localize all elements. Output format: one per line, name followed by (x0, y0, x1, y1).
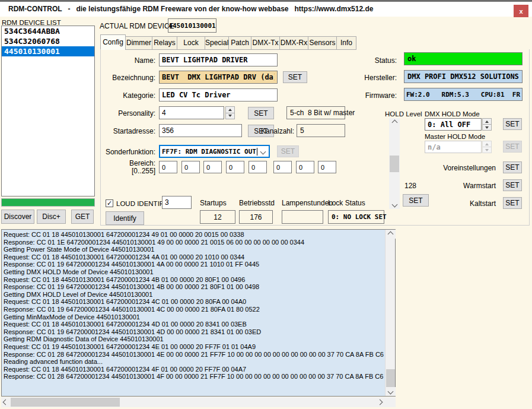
tab-dimmer[interactable]: Dimmer (126, 36, 152, 50)
dmx-hold-mode-field[interactable] (425, 118, 482, 131)
loud-identify-label: LOUD IDENTIFY (116, 200, 168, 207)
master-hold-spin-down-icon[interactable] (482, 147, 492, 153)
tab-lock[interactable]: Lock (177, 36, 205, 50)
hold-level-label: HOLD Level (385, 110, 422, 118)
personality-set-button[interactable]: SET (248, 107, 274, 119)
sonderfunktion-label: Sonderfunktion: (104, 148, 155, 156)
titlebar[interactable]: RDM-CONTROL - die leistungsfähige RDM Fr… (0, 2, 532, 17)
hersteller-value: DMX PROFI DMX512 SOLUTIONS (404, 70, 523, 83)
device-list-item[interactable]: 534C32060768 (2, 36, 94, 46)
get-button[interactable]: GET (71, 210, 94, 224)
log-line: Request: CC 01 18 445010130001 647200001… (4, 321, 384, 328)
bezeichnung-field[interactable] (159, 71, 278, 84)
device-list-item-selected[interactable]: 445010130001 (2, 46, 94, 56)
dmx-hold-spin-down-icon[interactable] (482, 125, 492, 131)
scroll-down-arrow-icon[interactable] (386, 387, 396, 396)
personality-field[interactable] (159, 106, 224, 119)
firmware-value: FW:2.0 RDM:5.3 CPU:81 FR (404, 88, 523, 101)
scroll-thumb[interactable] (386, 369, 395, 387)
betriebsstd-label: Betriebsstd (239, 199, 275, 207)
personality-description: 5-ch 8 Bit w/ master (286, 106, 345, 119)
tab-special[interactable]: Special (205, 36, 229, 50)
device-listbox[interactable]: 534C3644ABBA 534C32060768 445010130001 (1, 26, 95, 196)
bereich-label-line2: [0..255] (104, 167, 155, 175)
tab-patch[interactable]: Patch (229, 36, 251, 50)
scroll-thumb[interactable] (11, 398, 120, 407)
scroll-left-arrow-icon[interactable] (1, 397, 10, 407)
firmware-label: Firmware: (356, 91, 397, 100)
disc-plus-button[interactable]: Disc+ (37, 210, 66, 224)
tab-info[interactable]: Info (337, 36, 356, 50)
loud-identify-field[interactable] (162, 196, 192, 209)
bereich-field-4[interactable] (226, 161, 244, 173)
bereich-field-6[interactable] (273, 161, 292, 173)
bereich-field-5[interactable] (249, 161, 267, 173)
dmx-hold-mode-spinner (482, 118, 492, 131)
window-title: RDM-CONTROL - die leistungsfähige RDM Fr… (8, 5, 373, 13)
log-line: Getting MinMaxMode of Device 44501013000… (4, 313, 384, 321)
loud-identify-checkbox[interactable]: ✓ (106, 199, 113, 207)
log-line: Request: CC 01 18 445010130001 647200001… (4, 366, 384, 373)
bereich-field-7[interactable] (296, 161, 314, 173)
bereich-field-3[interactable] (203, 161, 222, 173)
personality-spin-down-icon[interactable] (225, 113, 235, 120)
slider-down-arrow-icon[interactable] (389, 200, 400, 209)
kategorie-field[interactable] (159, 88, 278, 102)
kaltstart-label: Kaltstart (415, 199, 496, 208)
bereich-field-1[interactable] (159, 161, 177, 173)
close-button[interactable]: x (514, 5, 528, 17)
startadresse-label: Startadresse: (104, 127, 155, 135)
startadresse-field[interactable] (159, 124, 242, 137)
status-label: Status: (356, 56, 397, 65)
name-field[interactable] (159, 53, 278, 66)
log-output[interactable]: Request: CC 01 18 445010130001 647200001… (1, 229, 396, 397)
bereich-field-2[interactable] (181, 161, 200, 173)
slider-up-arrow-icon[interactable] (389, 118, 400, 127)
dmx-hold-spin-up-icon[interactable] (482, 118, 492, 125)
log-vertical-scrollbar[interactable] (385, 230, 395, 396)
discover-button[interactable]: Discover (1, 210, 34, 224)
log-line: Response: CC 01 19 647200001234 44501013… (4, 328, 384, 336)
sonderfunktion-set-button[interactable]: SET (277, 145, 299, 157)
lampenstunden-label: Lampenstunden (282, 199, 333, 207)
hersteller-label: Hersteller: (356, 74, 397, 82)
warmstart-set-button[interactable]: SET (503, 179, 522, 191)
lock-status-value: 0: NO LOCK SET (328, 210, 384, 224)
log-line: Request: CC 01 19 445010130001 647200001… (4, 343, 384, 351)
log-line: Response: CC 01 28 647200001234 44501013… (4, 351, 384, 359)
master-hold-set-button[interactable]: SET (503, 141, 522, 153)
personality-spinner (225, 106, 235, 119)
betriebsstd-value: 176 (239, 210, 273, 224)
hold-level-slider[interactable] (389, 118, 400, 209)
tab-config[interactable]: Config (100, 34, 126, 50)
dmx-hold-set-button[interactable]: SET (503, 118, 522, 130)
master-hold-mode-field[interactable] (425, 141, 482, 153)
startups-label: Startups (200, 199, 227, 207)
bereich-label-line1: Bereich: (104, 159, 155, 167)
tab-relays[interactable]: Relays (152, 36, 177, 50)
warmstart-label: Warmstart (415, 182, 496, 190)
bezeichnung-label: Bezeichnung: (104, 74, 155, 82)
sonderfunktion-dropdown[interactable]: FF7F: RDM DIAGNOSTIC OUT (159, 145, 270, 158)
scroll-up-arrow-icon[interactable] (386, 230, 396, 239)
slider-thumb[interactable] (390, 156, 399, 172)
tab-dmx-tx[interactable]: DMX-Tx (251, 36, 280, 50)
kategorie-label: Kategorie: (104, 91, 155, 100)
device-list-item[interactable]: 534C3644ABBA (2, 26, 94, 36)
personality-spin-up-icon[interactable] (225, 106, 235, 113)
actual-device-value: 445010130001 (168, 18, 216, 33)
name-label: Name: (104, 56, 155, 65)
tab-dmx-rx[interactable]: DMX-Rx (280, 36, 308, 50)
voreinstellungen-set-button[interactable]: SET (503, 161, 522, 173)
bezeichnung-set-button[interactable]: SET (283, 71, 307, 83)
identify-button[interactable]: Identify (106, 211, 144, 225)
kaltstart-set-button[interactable]: SET (503, 197, 522, 209)
log-horizontal-scrollbar[interactable] (1, 397, 396, 407)
tab-sensors[interactable]: Sensors (308, 36, 337, 50)
log-line: Response: CC 01 1E 647200001234 44501013… (4, 239, 384, 246)
log-line: Getting DMX HOLD Mode of Device 44501013… (4, 268, 384, 276)
scroll-right-arrow-icon[interactable] (375, 397, 384, 407)
bereich-field-8[interactable] (318, 161, 336, 173)
status-value: ok (404, 52, 523, 65)
master-hold-spin-up-icon[interactable] (482, 141, 492, 147)
